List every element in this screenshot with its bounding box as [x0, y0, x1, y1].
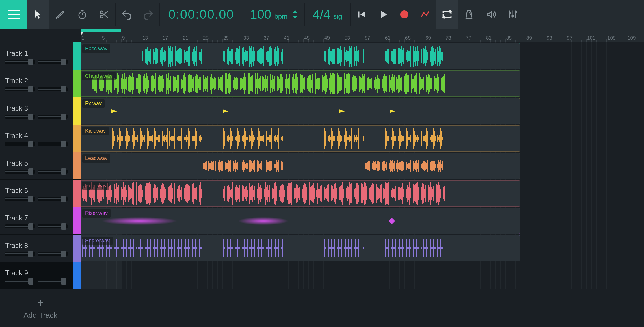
clip-label: Riser.wav — [82, 209, 111, 218]
pan-slider[interactable] — [38, 142, 68, 146]
bpm-value: 100 — [250, 7, 271, 22]
track-lane[interactable]: Lead.wav — [81, 152, 644, 180]
play-button[interactable] — [373, 0, 394, 29]
track-color-strip — [73, 125, 81, 152]
cursor-tool[interactable] — [27, 0, 49, 29]
lanes-area[interactable]: Bass.wavChords.wavFx.wavKick.wavLead.wav… — [81, 42, 644, 327]
track-panel: Track 1Track 2Track 3Track 4Track 5Track… — [0, 29, 81, 327]
pan-slider[interactable] — [38, 197, 68, 201]
audio-clip[interactable]: Kick.wav — [81, 125, 520, 152]
track-header[interactable]: Track 5 — [0, 152, 81, 180]
track-lane[interactable]: Chords.wav — [81, 70, 644, 97]
add-track-label: Add Track — [23, 311, 57, 320]
audio-clip[interactable]: Riser.wav — [81, 208, 520, 234]
track-lane[interactable]: Riser.wav — [81, 207, 644, 235]
audio-clip[interactable]: Snare.wav — [81, 235, 520, 261]
time-signature-control[interactable]: 4/4 sig — [305, 0, 350, 29]
track-color-strip — [73, 42, 81, 70]
bpm-stepper[interactable] — [293, 10, 297, 19]
track-name: Track 8 — [5, 241, 68, 250]
track-header[interactable]: Track 2 — [0, 70, 81, 97]
mixer-button[interactable] — [502, 0, 524, 29]
loop-button[interactable] — [436, 0, 458, 29]
track-lane[interactable] — [81, 262, 644, 289]
rewind-button[interactable] — [351, 0, 373, 29]
track-lane[interactable]: Perc.wav — [81, 180, 644, 207]
clip-label: Chords.wav — [82, 72, 116, 80]
track-header[interactable]: Track 9 — [0, 262, 81, 289]
loop-region[interactable] — [81, 29, 121, 32]
svg-rect-4 — [509, 12, 511, 14]
clip-label: Fx.wav — [82, 99, 105, 108]
volume-slider[interactable] — [5, 87, 35, 91]
ruler[interactable]: 1591317212529333741454953576165697377818… — [81, 29, 644, 42]
add-track-button[interactable]: + Add Track — [0, 289, 81, 327]
pan-slider[interactable] — [38, 170, 68, 174]
track-color-strip — [73, 262, 81, 289]
volume-slider[interactable] — [5, 224, 35, 228]
svg-rect-3 — [358, 12, 360, 18]
volume-slider[interactable] — [5, 197, 35, 201]
undo-button[interactable] — [116, 0, 137, 29]
bpm-label: bpm — [274, 12, 288, 21]
audio-clip[interactable]: Chords.wav — [81, 70, 520, 97]
track-name: Track 6 — [5, 187, 68, 195]
track-name: Track 7 — [5, 214, 68, 222]
stopwatch-tool[interactable] — [71, 0, 93, 29]
time-display[interactable]: 0:00:00.00 — [160, 0, 243, 29]
clip-label: Kick.wav — [82, 127, 109, 135]
track-name: Track 3 — [5, 104, 68, 112]
track-header[interactable]: Track 4 — [0, 125, 81, 152]
volume-slider[interactable] — [5, 170, 35, 174]
audio-clip[interactable]: Lead.wav — [81, 153, 520, 179]
pan-slider[interactable] — [38, 115, 68, 119]
redo-button[interactable] — [137, 0, 159, 29]
audio-clip[interactable]: Bass.wav — [81, 43, 520, 69]
audio-clip[interactable]: Perc.wav — [81, 180, 520, 207]
volume-slider[interactable] — [5, 115, 35, 119]
clip-label: Bass.wav — [82, 44, 110, 53]
track-color-strip — [73, 235, 81, 262]
pan-slider[interactable] — [38, 224, 68, 228]
track-lane[interactable]: Fx.wav — [81, 97, 644, 125]
track-header[interactable]: Track 6 — [0, 180, 81, 207]
sig-value: 4/4 — [313, 7, 330, 22]
clip-label: Snare.wav — [82, 237, 113, 245]
audio-settings-button[interactable] — [480, 0, 502, 29]
volume-slider[interactable] — [5, 60, 35, 64]
record-button[interactable] — [394, 0, 414, 29]
track-header[interactable]: Track 8 — [0, 235, 81, 262]
track-name: Track 2 — [5, 77, 68, 85]
track-color-strip — [73, 70, 81, 97]
pencil-tool[interactable] — [49, 0, 71, 29]
pan-slider[interactable] — [38, 87, 68, 91]
clip-label: Lead.wav — [82, 154, 110, 163]
automation-button[interactable] — [414, 0, 436, 29]
pan-slider[interactable] — [38, 252, 68, 256]
pan-slider[interactable] — [38, 60, 68, 64]
track-name: Track 5 — [5, 159, 68, 167]
svg-rect-6 — [515, 12, 517, 13]
volume-slider[interactable] — [5, 142, 35, 146]
track-color-strip — [73, 180, 81, 207]
sig-label: sig — [333, 12, 342, 21]
track-color-strip — [73, 207, 81, 234]
track-header[interactable]: Track 1 — [0, 42, 81, 70]
track-lane[interactable]: Kick.wav — [81, 125, 644, 152]
pan-slider[interactable] — [38, 279, 68, 283]
track-lane[interactable]: Bass.wav — [81, 42, 644, 70]
bpm-control[interactable]: 100 bpm — [243, 0, 304, 29]
audio-clip[interactable]: Fx.wav — [81, 98, 520, 124]
scissors-tool[interactable] — [93, 0, 115, 29]
svg-rect-5 — [512, 15, 514, 17]
track-name: Track 1 — [5, 49, 68, 57]
track-header[interactable]: Track 3 — [0, 97, 81, 125]
volume-slider[interactable] — [5, 279, 35, 283]
track-color-strip — [73, 97, 81, 125]
track-header[interactable]: Track 7 — [0, 207, 81, 235]
track-lane[interactable]: Snare.wav — [81, 235, 644, 262]
timeline[interactable]: 1591317212529333741454953576165697377818… — [81, 29, 644, 327]
menu-button[interactable] — [0, 0, 27, 29]
metronome-button[interactable] — [458, 0, 480, 29]
volume-slider[interactable] — [5, 252, 35, 256]
